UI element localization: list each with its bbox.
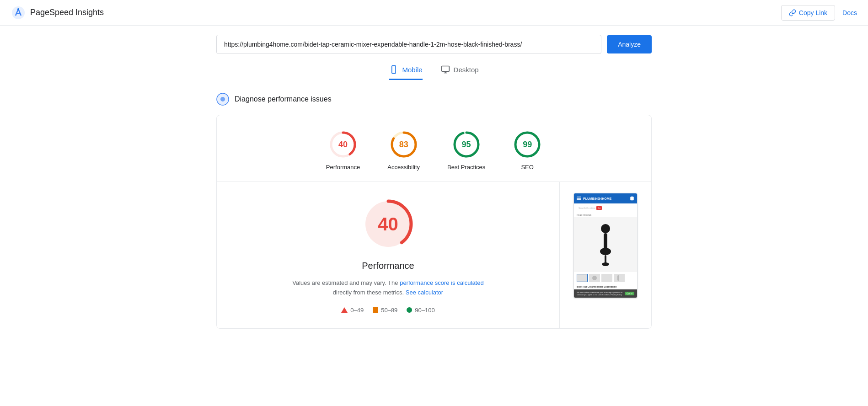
page-screenshot: PLUMBING4HOME Search the store Go Read R… xyxy=(573,193,638,298)
detail-section: 40 Performance Values are estimated and … xyxy=(217,182,651,328)
svg-rect-4 xyxy=(441,66,449,72)
ss-cookie-text: We use cookies to enhance your browsing … xyxy=(577,291,623,296)
ss-thumbnails xyxy=(574,272,637,284)
svg-rect-21 xyxy=(577,199,581,200)
app-header: PageSpeed Insights Copy Link Docs xyxy=(0,0,868,26)
ss-product-svg xyxy=(592,222,619,267)
header-left: PageSpeed Insights xyxy=(11,5,104,20)
score-item-best-practices[interactable]: 95 Best Practices xyxy=(447,130,485,171)
svg-point-28 xyxy=(592,276,597,280)
ss-thumb-4 xyxy=(614,274,625,282)
score-number-seo: 99 xyxy=(523,140,532,150)
legend-range-high: 90–100 xyxy=(415,307,434,314)
url-input[interactable] xyxy=(216,35,601,54)
perf-score-link[interactable]: performance score is calculated xyxy=(400,279,484,286)
ss-search-btn: Go xyxy=(596,206,602,210)
score-number-best-practices: 95 xyxy=(462,140,471,150)
score-label-performance: Performance xyxy=(326,164,360,171)
desktop-icon xyxy=(441,65,450,74)
legend-square-icon xyxy=(373,307,378,313)
detail-description: Values are estimated and may vary. The p… xyxy=(292,278,483,298)
score-item-seo[interactable]: 99 SEO xyxy=(513,130,542,171)
link-icon xyxy=(789,9,796,16)
ss-header: PLUMBING4HOME xyxy=(574,193,637,203)
detail-perf-title: Performance xyxy=(362,261,414,271)
svg-rect-30 xyxy=(617,275,619,281)
legend-circle-icon xyxy=(407,307,412,313)
svg-point-26 xyxy=(602,262,609,266)
score-circle-best-practices: 95 xyxy=(452,130,481,159)
app-title: PageSpeed Insights xyxy=(30,8,104,17)
score-circle-accessibility: 83 xyxy=(389,130,418,159)
ss-product-title-text: Bidet Tap Ceramic Mixer Expendable xyxy=(577,285,616,288)
diagnose-icon xyxy=(216,93,229,106)
ss-product-title: Bidet Tap Ceramic Mixer Expendable xyxy=(574,284,637,289)
tab-mobile-label: Mobile xyxy=(402,66,422,74)
diagnose-title: Diagnose performance issues xyxy=(235,95,332,103)
legend-range-mid: 50–89 xyxy=(381,307,397,314)
ss-cookie-btn[interactable]: Got it! xyxy=(625,292,634,295)
ss-breadcrumb: Read Reviews xyxy=(574,213,637,217)
ss-logo-text: PLUMBING4HOME xyxy=(583,197,611,200)
tab-desktop-label: Desktop xyxy=(454,66,479,74)
calculator-link[interactable]: See calculator xyxy=(406,289,443,296)
score-number-accessibility: 83 xyxy=(399,140,408,150)
svg-point-24 xyxy=(600,248,611,255)
description-start: Values are estimated and may vary. The xyxy=(292,279,398,286)
ss-breadcrumb-text: Read Reviews xyxy=(577,214,591,216)
score-legend: 0–49 50–89 90–100 xyxy=(341,307,434,314)
score-label-seo: SEO xyxy=(521,164,533,171)
ss-thumb-2 xyxy=(589,274,600,282)
svg-point-22 xyxy=(601,224,610,233)
score-number-performance: 40 xyxy=(338,140,348,150)
svg-rect-19 xyxy=(577,197,581,198)
score-label-accessibility: Accessibility xyxy=(387,164,420,171)
legend-range-low: 0–49 xyxy=(350,307,364,314)
ss-cart-icon xyxy=(630,196,634,201)
analyze-button[interactable]: Analyze xyxy=(607,35,652,53)
copy-link-button[interactable]: Copy Link xyxy=(781,5,835,21)
ss-search-text: Search the store xyxy=(579,207,595,209)
legend-triangle-icon xyxy=(341,307,348,313)
legend-item-high: 90–100 xyxy=(407,307,434,314)
score-circle-performance: 40 xyxy=(328,130,358,159)
big-score-circle: 40 xyxy=(361,197,416,251)
ss-product-image xyxy=(574,217,637,272)
svg-point-8 xyxy=(220,97,225,102)
svg-point-1 xyxy=(17,8,19,10)
big-score-number: 40 xyxy=(378,214,398,235)
score-summary: 40 Performance 83 Accessibility xyxy=(217,115,651,182)
main-content: Analyze Mobile Desktop Diagnose performa… xyxy=(205,26,663,338)
pagespeed-logo-icon xyxy=(11,5,26,20)
svg-rect-20 xyxy=(577,198,581,199)
results-card: 40 Performance 83 Accessibility xyxy=(216,115,652,329)
docs-link[interactable]: Docs xyxy=(842,9,857,16)
header-right: Copy Link Docs xyxy=(781,5,857,21)
ss-cookie-bar: We use cookies to enhance your browsing … xyxy=(574,289,637,298)
ss-thumb-1 xyxy=(577,274,588,282)
legend-item-low: 0–49 xyxy=(341,307,364,314)
score-label-best-practices: Best Practices xyxy=(447,164,485,171)
ss-search-bar: Search the store Go xyxy=(577,205,634,211)
description-middle: directly from these metrics. xyxy=(333,289,404,296)
copy-link-label: Copy Link xyxy=(799,9,827,16)
tab-mobile[interactable]: Mobile xyxy=(389,65,422,80)
url-bar-container: Analyze xyxy=(216,35,652,54)
mode-tabs: Mobile Desktop xyxy=(216,65,652,80)
legend-item-mid: 50–89 xyxy=(373,307,397,314)
detail-right: PLUMBING4HOME Search the store Go Read R… xyxy=(560,182,651,328)
score-circle-seo: 99 xyxy=(513,130,542,159)
score-item-performance[interactable]: 40 Performance xyxy=(326,130,360,171)
score-item-accessibility[interactable]: 83 Accessibility xyxy=(387,130,420,171)
detail-left: 40 Performance Values are estimated and … xyxy=(217,182,559,328)
ss-thumb-3 xyxy=(601,274,612,282)
ss-menu-icon xyxy=(577,197,581,200)
mobile-icon xyxy=(389,65,398,74)
diagnose-section: Diagnose performance issues xyxy=(216,93,652,106)
tab-desktop[interactable]: Desktop xyxy=(441,65,479,80)
